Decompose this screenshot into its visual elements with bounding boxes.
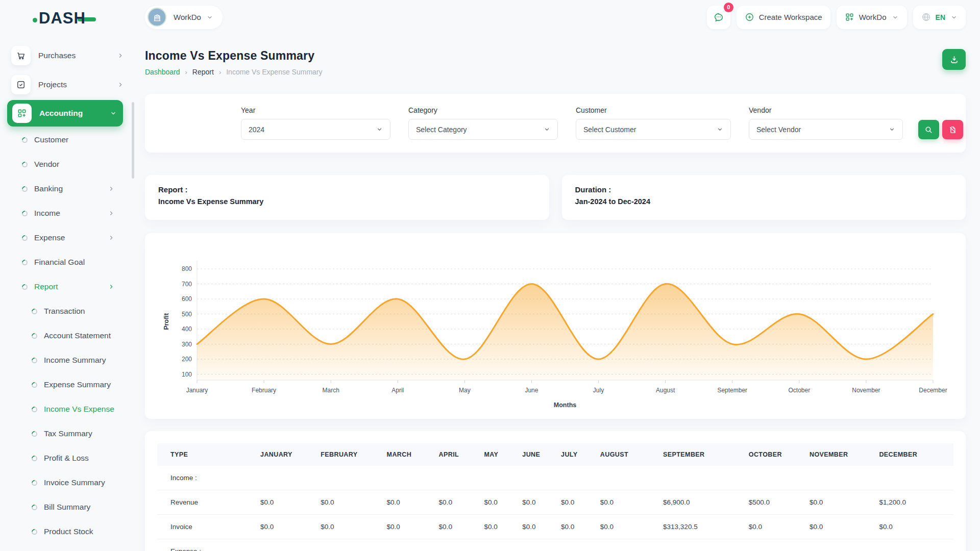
column-header-june: JUNE — [522, 443, 561, 466]
bullet-icon — [22, 186, 28, 192]
language-selector[interactable]: EN — [913, 6, 966, 29]
sidebar-item-tax-summary[interactable]: Tax Summary — [0, 421, 135, 446]
sidebar-item-customer[interactable]: Customer — [0, 128, 135, 152]
chevron-down-icon — [950, 14, 958, 21]
table-header-row: TYPEJANUARYFEBRUARYMARCHAPRILMAYJUNEJULY… — [157, 443, 953, 466]
sidebar-item-transaction[interactable]: Transaction — [0, 299, 135, 323]
sidebar-item-income[interactable]: Income — [0, 201, 135, 226]
customer-select[interactable]: Select Customer — [576, 119, 731, 140]
sidebar-item-expense-summary[interactable]: Expense Summary — [0, 372, 135, 397]
profit-area-chart: 100200300400500600700800JanuaryFebruaryM… — [157, 240, 953, 416]
chevron-right-icon — [108, 234, 115, 241]
breadcrumb: Dashboard › Report › Income Vs Expense S… — [145, 68, 323, 76]
svg-text:800: 800 — [182, 265, 192, 272]
chevron-right-icon — [117, 52, 124, 59]
customer-label: Customer — [576, 106, 731, 114]
sidebar-item-projects[interactable]: Projects — [0, 70, 135, 99]
cell-value: $500.0 — [749, 490, 810, 515]
breadcrumb-report[interactable]: Report — [192, 68, 214, 76]
column-header-may: MAY — [484, 443, 523, 466]
sidebar-item-label: Banking — [34, 184, 108, 193]
cart-icon — [11, 46, 31, 65]
messages-button[interactable]: 0 — [707, 6, 730, 29]
chevron-down-icon — [717, 126, 723, 133]
cell-value: $0.0 — [321, 515, 386, 539]
main-area: WorkDo 0 Create Workspace WorkDo — [135, 0, 980, 551]
year-select[interactable]: 2024 — [241, 119, 390, 140]
sidebar-item-account-statement[interactable]: Account Statement — [0, 323, 135, 348]
column-header-february: FEBRUARY — [321, 443, 386, 466]
sidebar-item-label: Expense — [34, 233, 108, 242]
sidebar-item-label: Purchases — [38, 51, 117, 60]
sidebar-item-profit-loss[interactable]: Profit & Loss — [0, 446, 135, 470]
sidebar-item-cash-flow[interactable]: Cash Flow — [0, 544, 135, 551]
file-off-icon — [948, 126, 957, 134]
sidebar-item-label: Financial Goal — [34, 258, 115, 267]
sidebar-item-expense[interactable]: Expense — [0, 226, 135, 250]
income-expense-table-card: TYPEJANUARYFEBRUARYMARCHAPRILMAYJUNEJULY… — [145, 431, 966, 551]
reset-filter-button[interactable] — [942, 120, 963, 139]
apply-filter-button[interactable] — [918, 120, 939, 139]
breadcrumb-dashboard[interactable]: Dashboard — [145, 68, 180, 76]
create-workspace-button[interactable]: Create Workspace — [737, 6, 830, 29]
breadcrumb-separator: › — [185, 68, 187, 76]
sidebar-item-income-vs-expense[interactable]: Income Vs Expense — [0, 397, 135, 421]
cell-value: $0.0 — [387, 515, 439, 539]
svg-text:October: October — [788, 387, 810, 394]
search-icon — [924, 126, 933, 134]
cell-value: $0.0 — [387, 490, 439, 515]
chart-ylabel: Profit — [163, 313, 170, 330]
cell-value: $0.0 — [749, 515, 810, 539]
messages-count-badge: 0 — [724, 3, 733, 12]
workspace-switcher[interactable]: WorkDo — [145, 6, 223, 29]
svg-text:November: November — [852, 387, 880, 394]
bullet-icon — [32, 505, 37, 510]
sidebar-item-invoice-summary[interactable]: Invoice Summary — [0, 470, 135, 495]
workspace-name: WorkDo — [174, 13, 201, 21]
sidebar-item-income-summary[interactable]: Income Summary — [0, 348, 135, 372]
vendor-label: Vendor — [749, 106, 903, 114]
svg-text:July: July — [593, 387, 604, 394]
column-header-march: MARCH — [387, 443, 439, 466]
app-menu-button[interactable]: WorkDo — [837, 6, 907, 29]
download-button[interactable] — [942, 49, 966, 70]
sidebar-item-purchases[interactable]: Purchases — [0, 41, 135, 70]
bullet-icon — [32, 480, 37, 486]
vendor-select[interactable]: Select Vendor — [749, 119, 903, 140]
sidebar-item-label: Income — [34, 209, 108, 218]
cell-value: $0.0 — [522, 490, 561, 515]
table-section-income: Income : — [157, 466, 953, 490]
sidebar-item-product-stock[interactable]: Product Stock — [0, 519, 135, 544]
category-select[interactable]: Select Category — [408, 119, 558, 140]
cell-value: $0.0 — [439, 490, 484, 515]
bullet-icon — [32, 333, 37, 339]
sidebar-nav: PurchasesProjectsAccountingCustomerVendo… — [0, 37, 135, 551]
chart-xlabel: Months — [554, 402, 576, 409]
chart-x-axis-labels: JanuaryFebruaryMarchAprilMayJuneJulyAugu… — [186, 380, 947, 394]
sidebar-item-vendor[interactable]: Vendor — [0, 152, 135, 177]
sidebar-item-bill-summary[interactable]: Bill Summary — [0, 495, 135, 519]
svg-text:200: 200 — [182, 356, 192, 363]
chevron-down-icon — [110, 110, 117, 117]
sidebar-item-label: Product Stock — [44, 527, 115, 536]
svg-text:February: February — [252, 387, 276, 394]
sidebar-item-accounting[interactable]: Accounting — [7, 100, 123, 127]
sidebar-item-report[interactable]: Report — [0, 274, 135, 299]
breadcrumb-separator: › — [219, 68, 221, 76]
column-header-august: AUGUST — [600, 443, 663, 466]
app-logo[interactable]: DASH — [0, 0, 135, 37]
bullet-icon — [32, 431, 37, 437]
report-label: Report : — [158, 185, 536, 194]
sidebar-scrollbar[interactable] — [132, 102, 134, 179]
svg-text:December: December — [919, 387, 947, 394]
cell-value: $0.0 — [561, 515, 600, 539]
sidebar-item-banking[interactable]: Banking — [0, 177, 135, 201]
building-icon — [152, 12, 162, 22]
column-header-october: OCTOBER — [749, 443, 810, 466]
sidebar-item-financial-goal[interactable]: Financial Goal — [0, 250, 135, 274]
svg-text:300: 300 — [182, 341, 192, 348]
bullet-icon — [32, 358, 37, 363]
bullet-icon — [32, 456, 37, 461]
cell-value: $0.0 — [260, 515, 321, 539]
cell-value: $0.0 — [522, 515, 561, 539]
